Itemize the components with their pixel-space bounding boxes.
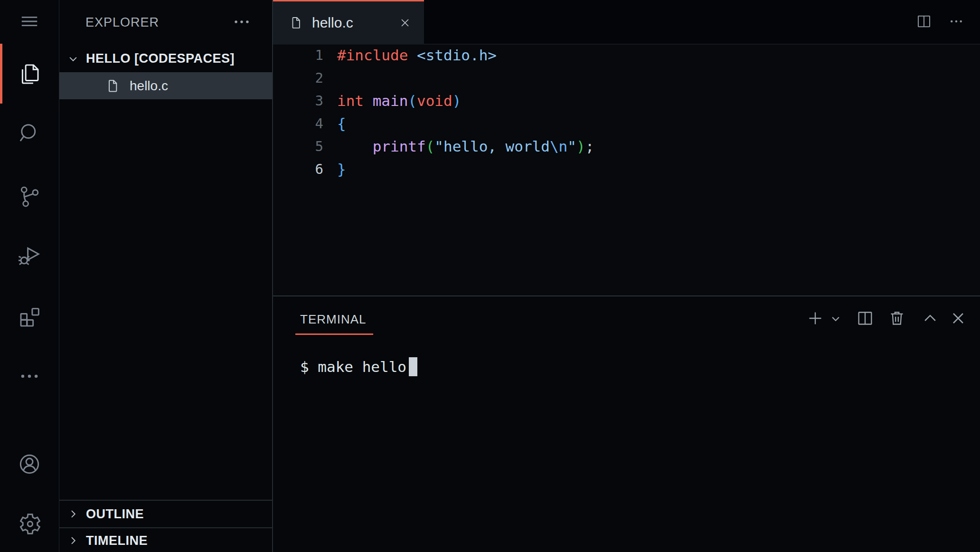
code-line[interactable]: 2	[273, 67, 980, 89]
outline-label: OUTLINE	[86, 507, 144, 522]
line-number: 4	[273, 112, 323, 135]
line-number: 6	[273, 158, 323, 181]
account-button[interactable]	[0, 451, 59, 477]
new-terminal-icon[interactable]	[806, 309, 825, 328]
editor-group: hello.c 1#include <stdio.h>23int main(vo…	[273, 0, 980, 295]
close-tab-button[interactable]	[398, 16, 412, 29]
vscode-window: EXPLORER HELLO [CODESPACES] hello.c	[0, 0, 980, 552]
sidebar-item-run-debug[interactable]	[0, 242, 59, 268]
chevron-down-icon	[66, 52, 80, 66]
kill-terminal-icon[interactable]	[887, 309, 906, 328]
explorer-more-actions-button[interactable]	[231, 11, 252, 32]
line-number: 3	[273, 89, 323, 112]
chevron-right-icon	[66, 533, 80, 548]
code-line[interactable]: 1#include <stdio.h>	[273, 44, 980, 67]
more-views-button[interactable]	[0, 363, 59, 389]
panel-tab-terminal[interactable]: TERMINAL	[300, 312, 366, 327]
tab-bar: hello.c	[273, 0, 980, 45]
activity-bar	[0, 0, 59, 552]
timeline-label: TIMELINE	[86, 533, 148, 548]
split-terminal-icon[interactable]	[856, 309, 875, 328]
close-panel-icon[interactable]	[949, 309, 968, 328]
chevron-right-icon	[66, 507, 80, 521]
code-line[interactable]: 5 printf("hello, world\n");	[273, 135, 980, 158]
line-number: 2	[273, 67, 323, 89]
file-item-hello-c[interactable]: hello.c	[59, 72, 272, 99]
explorer-header: EXPLORER	[59, 0, 272, 45]
sidebar-item-source-control[interactable]	[0, 183, 59, 209]
ellipsis-icon	[231, 11, 252, 32]
code-text: {	[337, 112, 346, 135]
close-icon	[398, 16, 412, 29]
code-text: }	[337, 158, 346, 181]
folder-label: HELLO [CODESPACES]	[86, 51, 235, 66]
code-text: int main(void)	[337, 89, 461, 112]
explorer-sidebar: EXPLORER HELLO [CODESPACES] hello.c	[59, 0, 272, 552]
code-line[interactable]: 4{	[273, 112, 980, 135]
files-icon	[17, 61, 42, 87]
line-number: 5	[273, 135, 323, 158]
menu-button[interactable]	[0, 9, 59, 34]
explorer-title: EXPLORER	[85, 15, 159, 30]
line-number: 1	[273, 44, 323, 67]
file-icon	[289, 16, 303, 30]
editor-actions	[915, 13, 980, 30]
terminal-cursor	[409, 357, 417, 376]
sidebar-item-explorer[interactable]	[0, 61, 59, 87]
source-control-icon	[17, 183, 42, 209]
run-debug-icon	[17, 242, 42, 268]
split-editor-icon[interactable]	[915, 13, 933, 30]
settings-button[interactable]	[0, 511, 59, 537]
terminal-content[interactable]: $ make hello	[300, 355, 417, 378]
terminal-prompt-line: $ make hello	[300, 358, 406, 375]
hamburger-icon	[17, 9, 42, 34]
extensions-icon	[17, 305, 42, 331]
code-editor[interactable]: 1#include <stdio.h>23int main(void)4{5 p…	[273, 44, 980, 295]
tree-root-hello-codespaces[interactable]: HELLO [CODESPACES]	[59, 45, 272, 72]
more-actions-icon[interactable]	[948, 13, 965, 30]
account-icon	[17, 451, 42, 477]
sidebar-item-extensions[interactable]	[0, 305, 59, 331]
file-label: hello.c	[130, 78, 168, 94]
launch-profile-chevron-icon[interactable]	[829, 312, 843, 326]
search-icon	[17, 120, 42, 146]
sidebar-item-search[interactable]	[0, 120, 59, 146]
code-text: printf("hello, world\n");	[337, 135, 594, 158]
ellipsis-icon	[17, 364, 42, 389]
file-icon	[105, 78, 121, 94]
tab-label: hello.c	[312, 15, 353, 31]
maximize-panel-icon[interactable]	[921, 309, 940, 328]
timeline-section-header[interactable]: TIMELINE	[59, 527, 272, 552]
code-line[interactable]: 6}	[273, 158, 980, 181]
code-text: #include <stdio.h>	[337, 44, 497, 67]
outline-section-header[interactable]: OUTLINE	[59, 500, 272, 527]
code-line[interactable]: 3int main(void)	[273, 89, 980, 112]
active-panel-indicator	[295, 333, 373, 335]
tab-hello-c[interactable]: hello.c	[273, 0, 424, 44]
terminal-panel: TERMINAL $ make hello	[273, 295, 980, 552]
gear-icon	[17, 511, 42, 537]
